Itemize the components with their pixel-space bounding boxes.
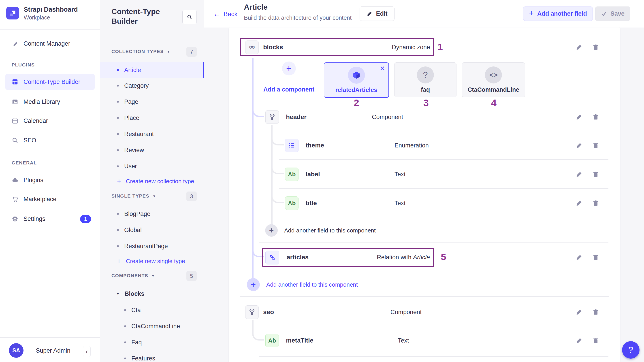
component-card-label: faq	[421, 86, 430, 93]
edit-field-button[interactable]	[576, 171, 583, 178]
subnav-item-page[interactable]: Page	[100, 94, 204, 110]
edit-field-button[interactable]	[576, 337, 583, 344]
chevron-down-icon: ▼	[167, 50, 170, 54]
single-types-header[interactable]: SINGLE TYPES ▼	[112, 193, 156, 199]
divider	[279, 188, 608, 188]
subnav-item-restaurantpage[interactable]: RestaurantPage	[100, 238, 204, 254]
row-actions	[576, 114, 599, 120]
tree-line-dynamic-zone	[252, 58, 254, 279]
edit-field-button[interactable]	[576, 114, 583, 120]
subnav-group-blocks[interactable]: ▼ Blocks	[100, 286, 204, 302]
search-button[interactable]	[182, 10, 197, 24]
chevron-down-icon: ▼	[152, 274, 155, 278]
sidebar-item-plugins[interactable]: Plugins	[5, 172, 95, 188]
magnifier-icon	[12, 137, 18, 144]
subnav-item-category[interactable]: Category	[100, 78, 204, 94]
main-content: ← Back Article Build the data architectu…	[204, 0, 644, 362]
subnav-item-user[interactable]: User	[100, 158, 204, 174]
delete-field-button[interactable]	[592, 337, 599, 344]
field-type-blocks: Dynamic zone	[392, 44, 430, 51]
sidebar-item-label: Plugins	[24, 177, 44, 184]
delete-field-button[interactable]	[592, 254, 599, 261]
edit-field-button[interactable]	[576, 308, 583, 316]
bullet-icon	[117, 165, 119, 167]
sidebar-item-content-type-builder[interactable]: Content-Type Builder	[5, 74, 95, 90]
component-branch-icon	[266, 110, 279, 124]
edit-label: Edit	[376, 10, 388, 17]
single-count-badge: 3	[186, 192, 197, 201]
subnav-item-label: Restaurant	[124, 131, 154, 138]
components-header[interactable]: COMPONENTS ▼	[112, 273, 155, 278]
sidebar-item-label: SEO	[24, 137, 36, 144]
field-type-header: Component	[372, 114, 403, 120]
component-card-faq[interactable]: ? faq	[394, 62, 456, 97]
add-component-button[interactable]: +	[282, 62, 296, 76]
subnav-item-features[interactable]: Features	[100, 350, 204, 362]
delete-field-button[interactable]	[592, 171, 599, 178]
save-button[interactable]: Save	[595, 6, 630, 21]
add-field-to-dynamic-zone-label[interactable]: Add another field to this component	[266, 281, 358, 288]
row-actions	[576, 200, 599, 207]
subnav-item-article[interactable]: Article	[100, 62, 204, 78]
question-icon: ?	[417, 66, 434, 84]
delete-field-button[interactable]	[592, 142, 599, 149]
subnav-item-global[interactable]: Global	[100, 222, 204, 238]
puzzle-icon	[12, 177, 18, 184]
tree-branch	[271, 164, 284, 174]
sidebar-item-seo[interactable]: SEO	[5, 132, 95, 148]
delete-field-button[interactable]	[592, 200, 599, 207]
add-field-to-component-label[interactable]: Add another field to this component	[284, 227, 376, 234]
page-title: Article	[244, 3, 268, 12]
field-type-metatitle: Text	[398, 337, 409, 344]
user-name: Super Admin	[36, 347, 70, 354]
collection-types-header[interactable]: COLLECTION TYPES ▼	[112, 49, 170, 54]
tree-branch	[252, 246, 264, 257]
component-card-ctacommandline[interactable]: <> CtaCommandLine	[462, 62, 525, 97]
collapse-sidebar-button[interactable]: ‹	[83, 346, 91, 357]
sidebar-item-calendar[interactable]: Calendar	[5, 113, 95, 129]
divider	[279, 159, 608, 160]
edit-field-button[interactable]	[576, 142, 583, 149]
sidebar-item-content-manager[interactable]: Content Manager	[5, 36, 95, 52]
subnav-item-label: Place	[124, 114, 140, 122]
add-field-to-component-button[interactable]: +	[265, 224, 278, 237]
subnav-item-blogpage[interactable]: BlogPage	[100, 206, 204, 222]
add-component-label[interactable]: Add a component	[263, 86, 314, 93]
create-single-type-link[interactable]: + Create new single type	[117, 257, 185, 265]
sidebar-item-marketplace[interactable]: Marketplace	[5, 191, 95, 207]
text-field-icon: Ab	[285, 196, 298, 210]
close-icon[interactable]: ×	[380, 63, 385, 74]
subnav-item-place[interactable]: Place	[100, 110, 204, 126]
text-field-icon: Ab	[266, 334, 279, 347]
divider	[112, 37, 122, 37]
component-card-relatedarticles[interactable]: × relatedArticles	[324, 62, 389, 98]
create-collection-type-link[interactable]: + Create new collection type	[117, 178, 194, 185]
subnav-item-ctacommandline[interactable]: CtaCommandLine	[100, 318, 204, 334]
delete-field-button[interactable]	[592, 114, 599, 120]
subnav-item-faq[interactable]: Faq	[100, 334, 204, 350]
feather-icon	[12, 40, 18, 47]
bullet-icon	[124, 309, 126, 311]
edit-field-button[interactable]	[576, 254, 583, 261]
edit-field-button[interactable]	[576, 200, 583, 207]
gear-icon	[12, 216, 18, 222]
check-icon	[601, 11, 607, 16]
sidebar-item-media-library[interactable]: Media Library	[5, 94, 95, 110]
delete-field-button[interactable]	[592, 308, 599, 316]
add-another-field-button[interactable]: + Add another field	[523, 6, 593, 21]
row-actions	[576, 142, 599, 149]
bullet-icon	[117, 213, 119, 215]
annotation-number-5: 5	[441, 252, 446, 262]
back-link[interactable]: ← Back	[213, 10, 238, 18]
field-type-label: Text	[394, 171, 406, 178]
main-sidebar: Strapi Dashboard Workplace Content Manag…	[0, 0, 100, 362]
edit-field-button[interactable]	[576, 44, 583, 51]
subnav-item-cta[interactable]: Cta	[100, 302, 204, 318]
add-field-to-dynamic-zone-button[interactable]: +	[247, 278, 260, 291]
help-button[interactable]: ?	[622, 341, 640, 359]
field-name-header: header	[286, 114, 306, 120]
edit-button[interactable]: Edit	[360, 6, 394, 21]
subnav-item-review[interactable]: Review	[100, 142, 204, 158]
delete-field-button[interactable]	[592, 44, 599, 51]
subnav-item-restaurant[interactable]: Restaurant	[100, 126, 204, 142]
